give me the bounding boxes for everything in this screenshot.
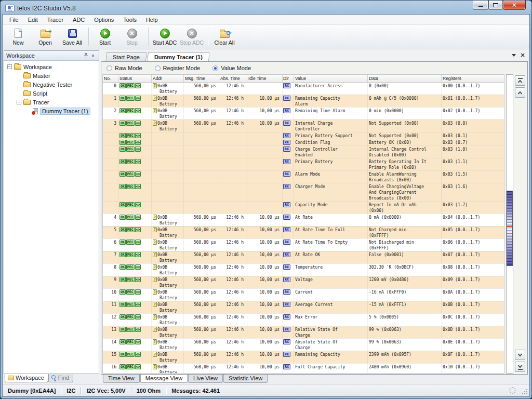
- collapse-icon[interactable]: −: [17, 100, 21, 104]
- row-data: Not Discharged min (0xFFFF): [368, 239, 442, 251]
- column-header-msg-time[interactable]: Msg. Time: [184, 75, 219, 82]
- table-subrow[interactable]: OKPEC<>RXCapacity ModeReport In mA Or mA…: [103, 201, 504, 214]
- mode-label: Raw Mode: [115, 65, 142, 71]
- table-subrow[interactable]: OKPEC<>RXPrimary BatteryBattery Operatin…: [103, 158, 504, 170]
- menu-item-tools[interactable]: Tools: [118, 16, 141, 24]
- table-row[interactable]: 12OKPEC<>?0x0BBattery560,00 µs12:46 h10,…: [103, 313, 504, 326]
- table-row[interactable]: 6OKPEC<>?0x0BBattery560,00 µs12:46 h10,0…: [103, 238, 504, 251]
- tab-close-icon[interactable]: ×: [520, 52, 525, 58]
- table-row[interactable]: 11OKPEC<>?0x0BBattery560,00 µs12:46 h10,…: [103, 301, 504, 313]
- message-block: 14OKPEC<>?0x0BBattery560,00 µs12:46 h10,…: [103, 338, 504, 351]
- row-number: 2: [103, 108, 118, 119]
- column-header-dir[interactable]: Dir: [283, 75, 294, 82]
- minimize-button[interactable]: [473, 1, 488, 10]
- table-header[interactable]: No.StatusAddrMsg. TimeAbs. TimeIdle Time…: [103, 75, 504, 83]
- table-subrow[interactable]: OKPEC<>RXPrimary Battery SupportNot Supp…: [103, 132, 504, 139]
- mode-radio-value-mode[interactable]: Value Mode: [212, 65, 251, 71]
- column-header-idle-time[interactable]: Idle Time: [247, 75, 283, 82]
- table-subrow[interactable]: OKPEC<>RXAlarm ModeEnable AlarmWarning B…: [103, 170, 504, 183]
- subrow-dir: RX: [283, 183, 294, 201]
- tab-start-page[interactable]: Start Page: [105, 52, 147, 61]
- save-all-button[interactable]: Save All: [59, 26, 86, 48]
- status-badge-pec: PEC: [126, 96, 135, 101]
- scroll-to-top-button[interactable]: [515, 75, 525, 86]
- scrollbar-thumb[interactable]: [507, 191, 513, 266]
- tree-item-master[interactable]: Master: [5, 71, 98, 80]
- status-badge-: <>: [135, 264, 141, 270]
- column-header-addr[interactable]: Addr: [152, 75, 184, 82]
- scroll-to-bottom-button[interactable]: [515, 362, 525, 372]
- toolbar-separator: [208, 28, 208, 46]
- new-button[interactable]: New: [5, 26, 32, 48]
- table-row[interactable]: 3OKPEC<>?0x0BBattery560,00 µs12:46 h10,0…: [103, 119, 504, 132]
- row-value: Manufacturer Access: [294, 83, 368, 95]
- table-row[interactable]: 10OKPEC<>?0x0BBattery560,00 µs12:46 h10,…: [103, 288, 504, 301]
- row-value: Remaining Capacity Alarm: [294, 95, 368, 107]
- subrow-registers: 0x03 (1.6): [442, 183, 504, 201]
- tree-item-negative-tester[interactable]: Negative Tester: [5, 80, 98, 89]
- table-row[interactable]: 9OKPEC<>?0x0BBattery560,00 µs12:46 h10,0…: [103, 276, 504, 288]
- table-subrow[interactable]: OKPEC<>RXCharger ModeEnable ChargingVolt…: [103, 183, 504, 201]
- table-row[interactable]: 13OKPEC<>?0x0BBattery560,00 µs12:46 h10,…: [103, 326, 504, 338]
- view-tab-time-view[interactable]: Time View: [103, 375, 140, 383]
- dock-tab-workspace[interactable]: Workspace: [5, 374, 48, 382]
- open-button[interactable]: ➜Open: [32, 26, 59, 48]
- table-row[interactable]: 14OKPEC<>?0x0BBattery560,00 µs12:46 h10,…: [103, 338, 504, 351]
- table-row[interactable]: 5OKPEC<>?0x0BBattery560,00 µs12:46 h10,0…: [103, 226, 504, 238]
- table-row[interactable]: 4OKPEC<>?0x0BBattery560,00 µs12:46 h10,0…: [103, 214, 504, 226]
- status-badge-pec: PEC: [126, 289, 135, 295]
- table-row[interactable]: 8OKPEC<>?0x0BBattery560,00 µs12:46 h10,0…: [103, 263, 504, 276]
- status-badge-ok: OK: [119, 339, 126, 344]
- column-header-data[interactable]: Data: [368, 75, 442, 82]
- column-header-abs-time[interactable]: Abs. Time: [219, 75, 247, 82]
- view-tab-message-view[interactable]: Message View: [140, 375, 188, 383]
- maximize-button[interactable]: [488, 1, 503, 10]
- view-tab-statistic-view[interactable]: Statistic View: [223, 375, 268, 383]
- toolbar-button-label: New: [12, 39, 23, 46]
- save-all-icon: [68, 28, 77, 38]
- menu-item-adc[interactable]: ADC: [68, 16, 89, 24]
- tree-item-dummy-tracer-1[interactable]: Dummy Tracer (1): [5, 107, 98, 115]
- start-adc-button[interactable]: Start ADC: [151, 26, 178, 48]
- tab-dummy-tracer-1[interactable]: Dummy Tracer (1): [147, 52, 210, 61]
- table-row[interactable]: 7OKPEC<>?0x0BBattery560,00 µs12:46 h10,0…: [103, 251, 504, 263]
- start-button[interactable]: Start: [91, 26, 118, 48]
- pin-icon[interactable]: [82, 52, 89, 59]
- close-button[interactable]: ✕: [503, 1, 526, 10]
- collapse-icon[interactable]: −: [7, 64, 12, 69]
- menu-item-options[interactable]: Options: [89, 16, 118, 24]
- table-subrow[interactable]: OKPEC<>RXCondition FlagBattery OK (0x00)…: [103, 139, 504, 145]
- close-panel-icon[interactable]: ×: [89, 52, 97, 59]
- mode-radio-register-mode[interactable]: Register Mode: [155, 65, 201, 71]
- title-bar[interactable]: IIC telos I2C Studio V5.8 ✕: [2, 2, 530, 14]
- row-number: 14: [103, 339, 118, 351]
- dock-tab-find[interactable]: Find: [48, 374, 73, 382]
- menu-item-edit[interactable]: Edit: [23, 16, 43, 24]
- menu-item-help[interactable]: Help: [141, 16, 163, 24]
- table-row[interactable]: 2OKPEC<>?0x0BBattery560,00 µs12:46 h10,0…: [103, 107, 504, 119]
- column-header-value[interactable]: Value: [294, 75, 368, 82]
- column-header-no[interactable]: No.: [103, 75, 118, 82]
- status-badges: OKPEC<>: [119, 203, 141, 207]
- tree-item-workspace[interactable]: −Workspace: [5, 62, 98, 71]
- column-header-registers[interactable]: Registers: [442, 75, 504, 82]
- addr-name: Battery: [153, 357, 182, 363]
- mode-radio-raw-mode[interactable]: Raw Mode: [107, 65, 142, 71]
- tree-item-script[interactable]: Script: [5, 89, 98, 98]
- table-subrow[interactable]: OKPEC<>RXCharge Controller EnabledIntern…: [103, 145, 504, 158]
- scroll-down-button[interactable]: [515, 350, 525, 360]
- table-row[interactable]: 1OKPEC<>?0x0BBattery560,00 µs12:46 h10,0…: [103, 95, 504, 107]
- column-header-status[interactable]: Status: [118, 75, 152, 82]
- menu-item-tracer[interactable]: Tracer: [43, 16, 68, 24]
- table-row[interactable]: 15OKPEC<>?0x0BBattery560,00 µs12:46 h10,…: [103, 351, 504, 363]
- resize-grip[interactable]: [522, 389, 527, 394]
- scroll-up-button[interactable]: [515, 87, 525, 98]
- view-tab-live-view[interactable]: Live View: [188, 375, 223, 383]
- menu-item-file[interactable]: File: [5, 16, 23, 24]
- vertical-scrollbar[interactable]: [506, 74, 513, 374]
- clear-all-button[interactable]: ⟳Clear All: [211, 26, 238, 48]
- tree-item-tracer[interactable]: −Tracer: [5, 98, 98, 107]
- table-row[interactable]: 16OKPEC<>?0x0BBattery560,00 µs12:46 h10,…: [103, 363, 504, 373]
- tab-list-chevron-down-icon[interactable]: [512, 54, 516, 57]
- table-row[interactable]: 0OKPEC<>?0x0BBattery560,00 µs12:46 hRXMa…: [103, 83, 504, 95]
